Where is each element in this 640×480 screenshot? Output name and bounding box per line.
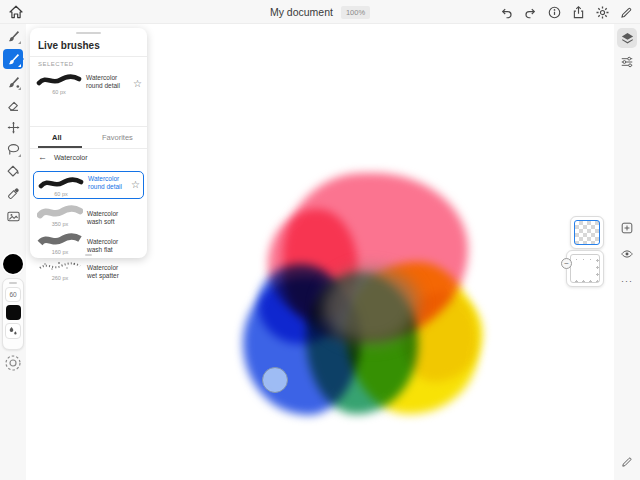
brush-list-item[interactable]: 350 px Watercolor wash soft: [33, 202, 144, 230]
brush-list-item[interactable]: 260 px Watercolor wet spatter: [33, 256, 144, 284]
document-title[interactable]: My document: [270, 6, 333, 18]
live-brush-tool[interactable]: [3, 49, 23, 69]
pencil-icon: [620, 455, 634, 469]
favorite-star-icon[interactable]: ☆: [131, 179, 140, 190]
zoom-level-badge[interactable]: 100%: [341, 6, 370, 19]
brush-name: Watercolor wash flat: [87, 238, 129, 254]
eye-icon: [620, 247, 634, 261]
panel-resize-handle[interactable]: [85, 254, 92, 256]
panel-drag-handle[interactable]: [76, 32, 101, 34]
info-icon[interactable]: [547, 5, 562, 20]
place-image-tool[interactable]: [3, 206, 23, 226]
eraser-tool[interactable]: [3, 95, 23, 115]
background-layer-thumb: [570, 254, 600, 283]
layers-panel-button[interactable]: [617, 28, 637, 48]
live-brushes-panel: Live brushes SELECTED 60 px Watercolor r…: [30, 28, 147, 258]
share-icon[interactable]: [571, 5, 586, 20]
brush-size-label: 260 px: [37, 275, 83, 281]
divider: [30, 148, 147, 149]
divider: [30, 126, 147, 127]
move-transform-tool[interactable]: [3, 117, 23, 137]
brush-stroke-preview: [36, 71, 82, 89]
selected-brush-row[interactable]: 60 px Watercolor round detail ☆: [30, 70, 147, 100]
tab-favorites[interactable]: Favorites: [102, 133, 133, 142]
paint-bucket-tool[interactable]: [3, 161, 23, 181]
brush-name: Watercolor wash soft: [87, 210, 129, 226]
right-toolbar: ···: [614, 24, 640, 480]
background-layer-fill: [575, 260, 595, 277]
category-label: Watercolor: [54, 154, 88, 161]
brush-size-label: 160 px: [37, 249, 83, 255]
ellipsis-icon: ···: [621, 276, 633, 286]
mini-panel-handle[interactable]: [9, 282, 17, 284]
brush-stroke-preview: [37, 231, 83, 249]
brush-size-label: 60 px: [38, 191, 84, 197]
brush-tabs: All Favorites: [30, 130, 147, 148]
eyedropper-tool[interactable]: [3, 183, 23, 203]
active-color-swatch[interactable]: [3, 254, 23, 274]
water-drops-icon: [7, 325, 19, 337]
brush-stroke-preview: [38, 174, 84, 192]
sliders-icon: [620, 55, 634, 69]
add-layer-icon: [620, 221, 634, 235]
pixel-brush-tool[interactable]: [3, 26, 23, 46]
brush-stroke-preview: [37, 257, 83, 275]
topbar-actions: [499, 0, 634, 24]
selected-label: SELECTED: [38, 61, 74, 67]
brush-stroke-preview: [37, 203, 83, 221]
stylus-settings-button[interactable]: [617, 452, 637, 472]
brush-size-button[interactable]: 60: [5, 287, 21, 302]
brush-name: Watercolor round detail: [88, 175, 130, 191]
tab-all[interactable]: All: [52, 133, 62, 142]
brush-size-label: 60 px: [36, 89, 82, 95]
vector-brush-tool[interactable]: [3, 72, 23, 92]
panel-title: Live brushes: [38, 40, 100, 51]
stylus-icon[interactable]: [619, 5, 634, 20]
undo-icon[interactable]: [499, 5, 514, 20]
back-arrow-icon[interactable]: ←: [38, 152, 47, 162]
paint-blob-mixed-gray: [322, 268, 418, 344]
left-toolbar: 60: [0, 24, 26, 480]
layer-thumbnail-active[interactable]: [570, 216, 604, 249]
layer-more-options-button[interactable]: ···: [617, 271, 637, 291]
secondary-color-swatch[interactable]: [6, 305, 21, 320]
touch-shortcut-control[interactable]: [4, 354, 22, 372]
top-bar: My document 100%: [0, 0, 640, 24]
layer-thumbnail-background[interactable]: [566, 250, 604, 287]
add-layer-button[interactable]: [617, 218, 637, 238]
brush-name: Watercolor wet spatter: [87, 264, 129, 280]
brush-settings-mini-panel: 60: [2, 278, 24, 350]
fresco-app-window: My document 100%: [0, 0, 640, 480]
water-flow-button[interactable]: [5, 323, 21, 339]
brush-name: Watercolor round detail: [86, 74, 128, 90]
transparent-layer-thumb: [574, 220, 600, 245]
category-back-row[interactable]: ← Watercolor: [30, 152, 147, 166]
redo-icon[interactable]: [523, 5, 538, 20]
layer-visibility-button[interactable]: [617, 244, 637, 264]
brush-size-label: 350 px: [37, 221, 83, 227]
settings-gear-icon[interactable]: [595, 5, 610, 20]
layer-properties-button[interactable]: [617, 52, 637, 72]
brush-list-item-selected[interactable]: 60 px Watercolor round detail ☆: [33, 171, 144, 199]
layers-icon: [620, 31, 635, 46]
divider: [30, 56, 147, 57]
lasso-select-tool[interactable]: [3, 139, 23, 159]
background-layer-badge[interactable]: −: [561, 258, 572, 269]
brush-cursor: [262, 367, 288, 393]
favorite-star-icon[interactable]: ☆: [133, 78, 142, 89]
